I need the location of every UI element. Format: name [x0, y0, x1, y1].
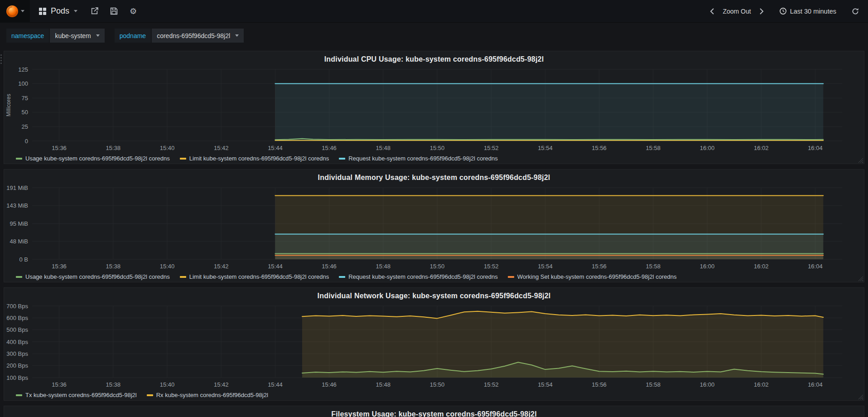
svg-text:15:52: 15:52 — [484, 381, 499, 388]
variable-namespace-value[interactable]: kube-system — [50, 29, 104, 43]
gear-icon: ⚙ — [130, 7, 137, 15]
svg-text:0 B: 0 B — [19, 256, 28, 263]
svg-text:15:42: 15:42 — [214, 381, 229, 388]
svg-text:15:54: 15:54 — [538, 381, 553, 388]
legend-item-rx[interactable]: Rx kube-system coredns-695f96dcd5-98j2l — [147, 392, 268, 398]
dashboard-title: Pods — [51, 6, 69, 16]
svg-text:15:52: 15:52 — [484, 145, 499, 151]
zoom-out-label: Zoom Out — [723, 8, 751, 15]
svg-text:15:46: 15:46 — [322, 381, 337, 388]
legend: Usage kube-system coredns-695f96dcd5-98j… — [16, 273, 676, 280]
svg-text:15:40: 15:40 — [160, 381, 175, 388]
legend-series-name: Usage kube-system coredns-695f96dcd5-98j… — [25, 273, 170, 280]
panel-resize-handle[interactable] — [858, 276, 863, 281]
legend-color-swatch — [16, 276, 22, 278]
legend-item-usage[interactable]: Usage kube-system coredns-695f96dcd5-98j… — [16, 155, 170, 162]
svg-text:15:50: 15:50 — [430, 263, 445, 270]
clock-icon — [779, 7, 787, 15]
memory-usage-chart[interactable]: 15:3615:3815:4015:4215:4415:4615:4815:50… — [4, 184, 863, 271]
svg-text:15:36: 15:36 — [52, 381, 67, 388]
svg-text:15:50: 15:50 — [430, 145, 445, 151]
legend-color-swatch — [339, 276, 345, 278]
panel-resize-handle[interactable] — [858, 158, 863, 163]
svg-text:95 MiB: 95 MiB — [10, 220, 28, 227]
svg-text:15:58: 15:58 — [646, 263, 661, 270]
svg-text:15:58: 15:58 — [646, 381, 661, 388]
svg-text:15:56: 15:56 — [592, 381, 607, 388]
svg-text:15:52: 15:52 — [484, 263, 499, 270]
network-usage-chart[interactable]: 15:3615:3815:4015:4215:4415:4615:4815:50… — [4, 302, 863, 389]
variable-namespace: namespace kube-system — [6, 29, 105, 43]
navbar: Pods ⚙ Zoom Out — [0, 0, 868, 23]
svg-text:16:04: 16:04 — [808, 263, 823, 270]
panel-resize-handle[interactable] — [858, 394, 863, 399]
variable-podname-current: coredns-695f96dcd5-98j2l — [157, 32, 230, 39]
svg-text:15:38: 15:38 — [106, 381, 121, 388]
svg-text:75: 75 — [22, 95, 28, 102]
legend-color-swatch — [180, 158, 186, 160]
legend-item-working-set[interactable]: Working Set kube-system coredns-695f96dc… — [508, 273, 677, 280]
series-request — [275, 84, 823, 141]
chevron-left-icon — [709, 8, 715, 15]
time-range-button[interactable]: Last 30 minutes — [776, 0, 840, 23]
svg-text:16:02: 16:02 — [754, 263, 769, 270]
panel-individual-cpu-usage: Individual CPU Usage: kube-system coredn… — [4, 51, 864, 164]
panel-title[interactable]: Individual CPU Usage: kube-system coredn… — [4, 51, 864, 63]
svg-text:16:00: 16:00 — [700, 381, 715, 388]
grafana-main-menu[interactable] — [0, 0, 30, 23]
legend-item-limit[interactable]: Limit kube-system coredns-695f96dcd5-98j… — [180, 155, 329, 162]
legend-item-usage[interactable]: Usage kube-system coredns-695f96dcd5-98j… — [16, 273, 170, 280]
legend-item-request[interactable]: Request kube-system coredns-695f96dcd5-9… — [339, 155, 498, 162]
legend-series-name: Limit kube-system coredns-695f96dcd5-98j… — [189, 155, 329, 162]
cpu-usage-chart[interactable]: 15:3615:3815:4015:4215:4415:4615:4815:50… — [4, 66, 863, 153]
dashboard-picker[interactable]: Pods — [30, 0, 85, 23]
panel-title[interactable]: Filesystem Usage: kube-system coredns-69… — [4, 406, 864, 417]
variable-podname-label: podname — [115, 29, 151, 43]
svg-text:125: 125 — [18, 66, 28, 73]
dashboard-panels: Individual CPU Usage: kube-system coredn… — [0, 48, 868, 417]
svg-text:50: 50 — [22, 109, 28, 116]
svg-text:16:00: 16:00 — [700, 263, 715, 270]
svg-text:16:02: 16:02 — [754, 145, 769, 151]
legend-item-tx[interactable]: Tx kube-system coredns-695f96dcd5-98j2l — [16, 392, 137, 398]
svg-text:200 Bps: 200 Bps — [6, 362, 28, 369]
svg-text:15:56: 15:56 — [592, 145, 607, 151]
time-shift-left-button[interactable] — [705, 0, 719, 23]
svg-text:16:04: 16:04 — [808, 381, 823, 388]
y-axis-label: Millicores — [5, 94, 12, 116]
refresh-icon — [852, 8, 859, 15]
svg-text:15:46: 15:46 — [322, 263, 337, 270]
svg-text:15:56: 15:56 — [592, 263, 607, 270]
legend-series-name: Request kube-system coredns-695f96dcd5-9… — [348, 273, 498, 280]
share-button[interactable] — [85, 0, 104, 23]
svg-text:15:54: 15:54 — [538, 263, 553, 270]
svg-text:15:36: 15:36 — [52, 263, 67, 270]
caret-down-icon — [96, 34, 100, 37]
legend-series-name: Rx kube-system coredns-695f96dcd5-98j2l — [156, 392, 268, 398]
time-shift-right-button[interactable] — [755, 0, 768, 23]
panel-title[interactable]: Individual Network Usage: kube-system co… — [4, 288, 864, 300]
legend-item-request[interactable]: Request kube-system coredns-695f96dcd5-9… — [339, 273, 498, 280]
svg-text:700 Bps: 700 Bps — [6, 303, 28, 310]
save-button[interactable] — [104, 0, 124, 23]
svg-text:16:00: 16:00 — [700, 145, 715, 151]
settings-button[interactable]: ⚙ — [124, 0, 143, 23]
panel-title[interactable]: Individual Memory Usage: kube-system cor… — [4, 170, 864, 182]
refresh-button[interactable] — [848, 0, 863, 23]
svg-text:100 Bps: 100 Bps — [6, 374, 28, 381]
zoom-out-button[interactable]: Zoom Out — [719, 0, 754, 23]
panel-individual-memory-usage: Individual Memory Usage: kube-system cor… — [4, 169, 864, 282]
legend-item-limit[interactable]: Limit kube-system coredns-695f96dcd5-98j… — [180, 273, 329, 280]
row-drag-handle[interactable] — [0, 54, 2, 64]
legend-series-name: Tx kube-system coredns-695f96dcd5-98j2l — [25, 392, 137, 398]
svg-text:143 MiB: 143 MiB — [6, 202, 28, 209]
time-controls: Zoom Out Last 30 minutes — [705, 0, 868, 23]
series-working-set — [275, 255, 823, 259]
svg-text:15:40: 15:40 — [160, 145, 175, 151]
time-range-label: Last 30 minutes — [790, 8, 836, 15]
svg-text:15:38: 15:38 — [106, 145, 121, 151]
share-icon — [91, 7, 98, 15]
svg-text:400 Bps: 400 Bps — [6, 339, 28, 345]
variable-podname-value[interactable]: coredns-695f96dcd5-98j2l — [152, 29, 244, 43]
svg-text:15:58: 15:58 — [646, 145, 661, 151]
